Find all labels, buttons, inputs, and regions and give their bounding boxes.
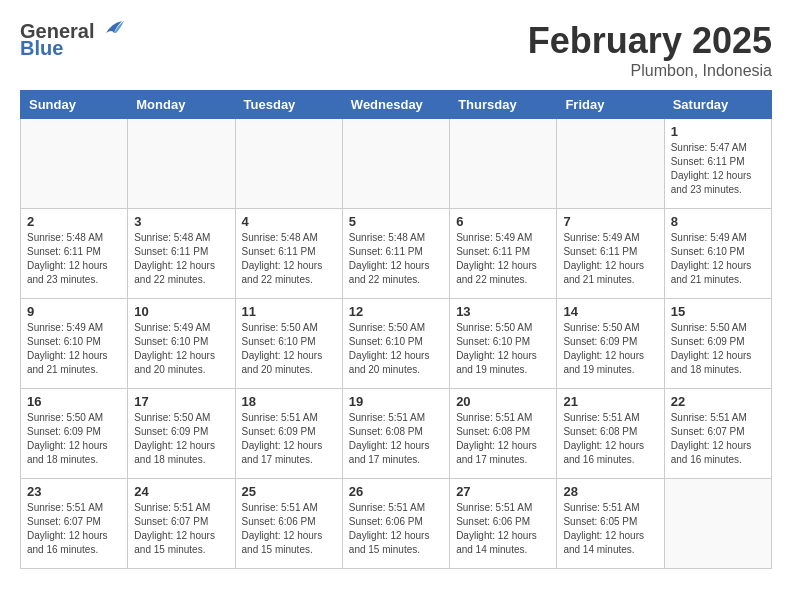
week-row-1: 1Sunrise: 5:47 AM Sunset: 6:11 PM Daylig… [21,119,772,209]
calendar-cell [450,119,557,209]
week-row-4: 16Sunrise: 5:50 AM Sunset: 6:09 PM Dayli… [21,389,772,479]
calendar-cell: 26Sunrise: 5:51 AM Sunset: 6:06 PM Dayli… [342,479,449,569]
day-number: 1 [671,124,765,139]
day-number: 27 [456,484,550,499]
calendar-cell: 22Sunrise: 5:51 AM Sunset: 6:07 PM Dayli… [664,389,771,479]
weekday-header-monday: Monday [128,91,235,119]
logo-bird-icon [96,19,124,41]
weekday-header-row: SundayMondayTuesdayWednesdayThursdayFrid… [21,91,772,119]
day-number: 26 [349,484,443,499]
weekday-header-thursday: Thursday [450,91,557,119]
month-title: February 2025 [528,20,772,62]
calendar-cell: 15Sunrise: 5:50 AM Sunset: 6:09 PM Dayli… [664,299,771,389]
day-info: Sunrise: 5:48 AM Sunset: 6:11 PM Dayligh… [242,231,336,287]
calendar-cell: 18Sunrise: 5:51 AM Sunset: 6:09 PM Dayli… [235,389,342,479]
day-info: Sunrise: 5:49 AM Sunset: 6:10 PM Dayligh… [27,321,121,377]
calendar-cell: 21Sunrise: 5:51 AM Sunset: 6:08 PM Dayli… [557,389,664,479]
day-number: 14 [563,304,657,319]
day-number: 6 [456,214,550,229]
day-number: 4 [242,214,336,229]
day-number: 10 [134,304,228,319]
calendar-cell: 28Sunrise: 5:51 AM Sunset: 6:05 PM Dayli… [557,479,664,569]
day-number: 20 [456,394,550,409]
calendar-cell: 12Sunrise: 5:50 AM Sunset: 6:10 PM Dayli… [342,299,449,389]
day-info: Sunrise: 5:49 AM Sunset: 6:11 PM Dayligh… [456,231,550,287]
day-number: 11 [242,304,336,319]
day-info: Sunrise: 5:50 AM Sunset: 6:09 PM Dayligh… [671,321,765,377]
day-info: Sunrise: 5:51 AM Sunset: 6:06 PM Dayligh… [456,501,550,557]
day-info: Sunrise: 5:50 AM Sunset: 6:09 PM Dayligh… [563,321,657,377]
day-info: Sunrise: 5:51 AM Sunset: 6:08 PM Dayligh… [349,411,443,467]
day-info: Sunrise: 5:50 AM Sunset: 6:10 PM Dayligh… [349,321,443,377]
day-number: 28 [563,484,657,499]
calendar-cell [664,479,771,569]
calendar-cell: 4Sunrise: 5:48 AM Sunset: 6:11 PM Daylig… [235,209,342,299]
calendar-cell: 23Sunrise: 5:51 AM Sunset: 6:07 PM Dayli… [21,479,128,569]
weekday-header-friday: Friday [557,91,664,119]
calendar-cell: 11Sunrise: 5:50 AM Sunset: 6:10 PM Dayli… [235,299,342,389]
weekday-header-sunday: Sunday [21,91,128,119]
calendar-cell: 17Sunrise: 5:50 AM Sunset: 6:09 PM Dayli… [128,389,235,479]
calendar-cell: 2Sunrise: 5:48 AM Sunset: 6:11 PM Daylig… [21,209,128,299]
day-info: Sunrise: 5:51 AM Sunset: 6:07 PM Dayligh… [134,501,228,557]
day-info: Sunrise: 5:51 AM Sunset: 6:07 PM Dayligh… [27,501,121,557]
day-info: Sunrise: 5:50 AM Sunset: 6:09 PM Dayligh… [27,411,121,467]
day-number: 13 [456,304,550,319]
day-info: Sunrise: 5:49 AM Sunset: 6:10 PM Dayligh… [134,321,228,377]
day-number: 15 [671,304,765,319]
day-info: Sunrise: 5:51 AM Sunset: 6:07 PM Dayligh… [671,411,765,467]
weekday-header-saturday: Saturday [664,91,771,119]
calendar-cell: 5Sunrise: 5:48 AM Sunset: 6:11 PM Daylig… [342,209,449,299]
day-number: 12 [349,304,443,319]
week-row-3: 9Sunrise: 5:49 AM Sunset: 6:10 PM Daylig… [21,299,772,389]
day-number: 3 [134,214,228,229]
calendar-cell: 19Sunrise: 5:51 AM Sunset: 6:08 PM Dayli… [342,389,449,479]
title-block: February 2025 Plumbon, Indonesia [528,20,772,80]
day-number: 25 [242,484,336,499]
day-info: Sunrise: 5:50 AM Sunset: 6:09 PM Dayligh… [134,411,228,467]
day-number: 17 [134,394,228,409]
day-info: Sunrise: 5:51 AM Sunset: 6:06 PM Dayligh… [242,501,336,557]
day-info: Sunrise: 5:48 AM Sunset: 6:11 PM Dayligh… [349,231,443,287]
week-row-5: 23Sunrise: 5:51 AM Sunset: 6:07 PM Dayli… [21,479,772,569]
calendar-cell [557,119,664,209]
calendar-cell: 3Sunrise: 5:48 AM Sunset: 6:11 PM Daylig… [128,209,235,299]
day-number: 23 [27,484,121,499]
calendar-cell: 9Sunrise: 5:49 AM Sunset: 6:10 PM Daylig… [21,299,128,389]
day-info: Sunrise: 5:49 AM Sunset: 6:11 PM Dayligh… [563,231,657,287]
calendar-cell: 24Sunrise: 5:51 AM Sunset: 6:07 PM Dayli… [128,479,235,569]
day-number: 18 [242,394,336,409]
calendar-table: SundayMondayTuesdayWednesdayThursdayFrid… [20,90,772,569]
day-info: Sunrise: 5:51 AM Sunset: 6:08 PM Dayligh… [456,411,550,467]
day-info: Sunrise: 5:51 AM Sunset: 6:08 PM Dayligh… [563,411,657,467]
calendar-cell: 13Sunrise: 5:50 AM Sunset: 6:10 PM Dayli… [450,299,557,389]
page-header: General Blue February 2025 Plumbon, Indo… [20,20,772,80]
calendar-cell [128,119,235,209]
calendar-cell: 7Sunrise: 5:49 AM Sunset: 6:11 PM Daylig… [557,209,664,299]
calendar-cell: 8Sunrise: 5:49 AM Sunset: 6:10 PM Daylig… [664,209,771,299]
day-info: Sunrise: 5:51 AM Sunset: 6:05 PM Dayligh… [563,501,657,557]
calendar-cell: 1Sunrise: 5:47 AM Sunset: 6:11 PM Daylig… [664,119,771,209]
day-info: Sunrise: 5:49 AM Sunset: 6:10 PM Dayligh… [671,231,765,287]
calendar-cell: 10Sunrise: 5:49 AM Sunset: 6:10 PM Dayli… [128,299,235,389]
calendar-cell: 25Sunrise: 5:51 AM Sunset: 6:06 PM Dayli… [235,479,342,569]
calendar-cell [235,119,342,209]
day-info: Sunrise: 5:51 AM Sunset: 6:06 PM Dayligh… [349,501,443,557]
day-number: 2 [27,214,121,229]
day-info: Sunrise: 5:47 AM Sunset: 6:11 PM Dayligh… [671,141,765,197]
calendar-cell [21,119,128,209]
day-info: Sunrise: 5:50 AM Sunset: 6:10 PM Dayligh… [456,321,550,377]
day-number: 8 [671,214,765,229]
day-number: 19 [349,394,443,409]
logo-blue: Blue [20,37,63,60]
day-number: 5 [349,214,443,229]
weekday-header-wednesday: Wednesday [342,91,449,119]
day-number: 24 [134,484,228,499]
calendar-cell: 16Sunrise: 5:50 AM Sunset: 6:09 PM Dayli… [21,389,128,479]
week-row-2: 2Sunrise: 5:48 AM Sunset: 6:11 PM Daylig… [21,209,772,299]
logo: General Blue [20,20,124,60]
day-info: Sunrise: 5:50 AM Sunset: 6:10 PM Dayligh… [242,321,336,377]
day-info: Sunrise: 5:51 AM Sunset: 6:09 PM Dayligh… [242,411,336,467]
calendar-cell: 6Sunrise: 5:49 AM Sunset: 6:11 PM Daylig… [450,209,557,299]
day-number: 16 [27,394,121,409]
